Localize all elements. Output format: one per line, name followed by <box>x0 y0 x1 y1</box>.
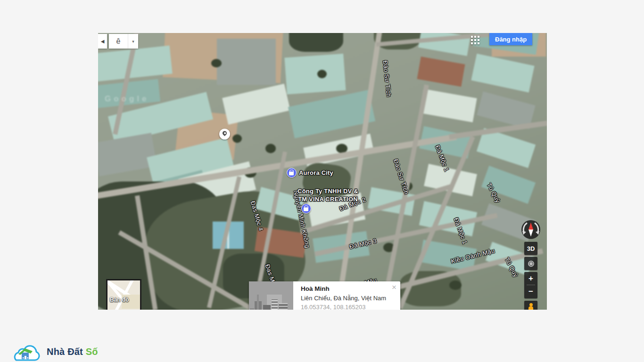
collapse-panel-button[interactable]: ◀ <box>98 34 107 49</box>
back-arrow-icon: ◀ <box>101 39 105 44</box>
google-watermark: Google <box>105 94 149 104</box>
compass-icon <box>520 219 541 240</box>
my-location-icon <box>528 261 534 267</box>
pegman-icon <box>528 303 534 310</box>
map-controls: 3D + − <box>520 219 541 240</box>
dropdown-value: ê <box>109 34 128 49</box>
place-thumbnail[interactable] <box>249 281 293 310</box>
place-subtitle: Liên Chiểu, Đà Nẵng, Việt Nam <box>301 295 389 302</box>
3d-view-button[interactable]: 3D <box>524 242 537 255</box>
login-button[interactable]: Đăng nhập <box>489 33 532 45</box>
place-title: Hoà Minh <box>301 285 389 292</box>
map-type-label: Bản đồ <box>110 296 129 303</box>
close-icon[interactable]: × <box>392 283 396 291</box>
chevron-down-icon: ▾ <box>128 34 138 49</box>
layer-dropdown[interactable]: ê ▾ <box>109 34 138 49</box>
google-apps-grid-icon[interactable] <box>471 36 479 44</box>
map-canvas[interactable]: Google Đào Sư TíchĐào Sư TíchĐá Mộc 1Đá … <box>98 33 547 310</box>
my-location-button[interactable] <box>524 257 537 270</box>
site-logo-text: Nhà Đất Số <box>47 346 98 357</box>
compass-control[interactable] <box>520 219 541 240</box>
place-coordinates: 16.053734, 108.165203 <box>301 304 389 310</box>
cloud-house-logo-icon <box>8 341 43 362</box>
site-logo[interactable]: Nhà Đất Số <box>8 341 98 362</box>
satellite-imagery: Google <box>98 33 547 310</box>
zoom-out-button[interactable]: − <box>524 285 537 298</box>
place-info-card: Hoà Minh Liên Chiểu, Đà Nẵng, Việt Nam 1… <box>249 281 400 310</box>
map-type-toggle[interactable]: Bản đồ <box>106 279 141 310</box>
pegman-button[interactable] <box>524 301 537 310</box>
zoom-in-button[interactable]: + <box>524 272 537 285</box>
zoom-control: + − <box>524 272 537 298</box>
